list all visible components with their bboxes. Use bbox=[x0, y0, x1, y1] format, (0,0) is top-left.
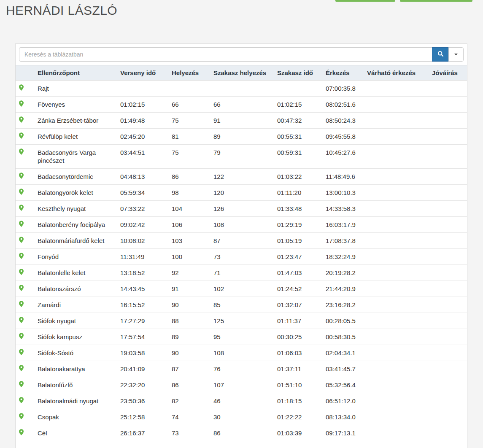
stage-time-cell: 01:37:11 bbox=[274, 361, 322, 377]
credit-cell bbox=[429, 129, 467, 145]
expected-arrival-cell bbox=[364, 81, 429, 97]
expected-arrival-cell bbox=[364, 97, 429, 113]
checkpoint-pin-cell[interactable] bbox=[16, 81, 34, 97]
cropped-green-button-2[interactable] bbox=[400, 0, 472, 2]
table-row: Badacsonytördemic 04:48:13 86 122 01:03:… bbox=[16, 169, 467, 185]
map-pin-icon[interactable] bbox=[19, 397, 24, 405]
checkpoint-pin-cell[interactable] bbox=[16, 409, 34, 425]
stage-time-cell: 01:32:07 bbox=[274, 297, 322, 313]
map-pin-icon[interactable] bbox=[19, 237, 24, 245]
arrival-cell: 23:16:28.2 bbox=[322, 297, 364, 313]
column-header-expected-arrival: Várható érkezés bbox=[364, 65, 429, 81]
rank-cell: 82 bbox=[168, 393, 210, 409]
arrival-cell: 18:32:24.9 bbox=[322, 249, 364, 265]
stage-time-cell: 00:55:31 bbox=[274, 129, 322, 145]
race-time-cell: 14:43:45 bbox=[117, 281, 168, 297]
map-pin-icon[interactable] bbox=[19, 116, 24, 124]
checkpoint-pin-cell[interactable] bbox=[16, 249, 34, 265]
map-pin-icon[interactable] bbox=[19, 269, 24, 277]
search-input[interactable] bbox=[19, 47, 432, 62]
table-row: Keszthely nyugat 07:33:22 104 126 01:33:… bbox=[16, 201, 467, 217]
checkpoint-pin-cell[interactable] bbox=[16, 97, 34, 113]
race-time-cell bbox=[117, 81, 168, 97]
map-pin-icon[interactable] bbox=[19, 205, 24, 213]
map-pin-icon[interactable] bbox=[19, 148, 24, 157]
map-pin-icon[interactable] bbox=[19, 253, 24, 261]
map-pin-icon[interactable] bbox=[19, 173, 24, 181]
race-time-cell: 26:16:37 bbox=[117, 425, 168, 441]
map-pin-icon[interactable] bbox=[19, 317, 24, 325]
arrival-cell: 03:41:45.7 bbox=[322, 361, 364, 377]
arrival-cell: 08:50:24.3 bbox=[322, 113, 364, 129]
checkpoint-name-cell: Zamárdi bbox=[34, 297, 117, 313]
map-pin-icon[interactable] bbox=[19, 132, 24, 140]
map-pin-icon[interactable] bbox=[19, 100, 24, 108]
race-time-cell: 17:57:54 bbox=[117, 329, 168, 345]
rank-cell: 98 bbox=[168, 185, 210, 201]
map-pin-icon[interactable] bbox=[19, 349, 24, 357]
search-options-dropdown-button[interactable] bbox=[448, 47, 464, 62]
checkpoint-pin-cell[interactable] bbox=[16, 377, 34, 393]
checkpoint-pin-cell[interactable] bbox=[16, 361, 34, 377]
map-pin-icon[interactable] bbox=[19, 189, 24, 197]
search-icon bbox=[437, 51, 444, 58]
map-pin-icon[interactable] bbox=[19, 365, 24, 373]
checkpoint-pin-cell[interactable] bbox=[16, 113, 34, 129]
stage-time-cell: 01:22:22 bbox=[274, 409, 322, 425]
table-row: Balatonlelle kelet 13:18:52 92 71 01:47:… bbox=[16, 265, 467, 281]
expected-arrival-cell bbox=[364, 129, 429, 145]
table-row: Balatonberény focipálya 09:02:42 106 108… bbox=[16, 217, 467, 233]
map-pin-icon[interactable] bbox=[19, 84, 24, 92]
map-pin-icon[interactable] bbox=[19, 413, 24, 421]
checkpoint-pin-cell[interactable] bbox=[16, 233, 34, 249]
checkpoint-pin-cell[interactable] bbox=[16, 169, 34, 185]
race-time-cell: 02:45:20 bbox=[117, 129, 168, 145]
page-title: HERNÁDI LÁSZLÓ bbox=[0, 0, 483, 18]
checkpoint-pin-cell[interactable] bbox=[16, 265, 34, 281]
rank-cell: 91 bbox=[168, 281, 210, 297]
checkpoint-pin-cell[interactable] bbox=[16, 393, 34, 409]
checkpoint-pin-cell[interactable] bbox=[16, 145, 34, 169]
stage-rank-cell: 91 bbox=[210, 113, 274, 129]
map-pin-icon[interactable] bbox=[19, 381, 24, 389]
table-row: Badacsonyörs Varga pincészet 03:44:51 75… bbox=[16, 145, 467, 169]
expected-arrival-cell bbox=[364, 201, 429, 217]
stage-rank-cell: 30 bbox=[210, 409, 274, 425]
expected-arrival-cell bbox=[364, 169, 429, 185]
checkpoint-pin-cell[interactable] bbox=[16, 425, 34, 441]
checkpoint-pin-cell[interactable] bbox=[16, 297, 34, 313]
credit-cell bbox=[429, 425, 467, 441]
checkpoint-pin-cell[interactable] bbox=[16, 313, 34, 329]
table-header-row: Ellenőrzőpont Verseny idő Helyezés Szaka… bbox=[16, 65, 467, 81]
checkpoint-name-cell: Siófok kampusz bbox=[34, 329, 117, 345]
checkpoint-pin-cell[interactable] bbox=[16, 345, 34, 361]
stage-time-cell: 01:47:03 bbox=[274, 265, 322, 281]
race-time-cell: 19:03:58 bbox=[117, 345, 168, 361]
checkpoint-pin-cell[interactable] bbox=[16, 281, 34, 297]
stage-rank-cell: 95 bbox=[210, 329, 274, 345]
rank-cell: 73 bbox=[168, 425, 210, 441]
expected-arrival-cell bbox=[364, 345, 429, 361]
credit-cell bbox=[429, 201, 467, 217]
checkpoint-pin-cell[interactable] bbox=[16, 201, 34, 217]
checkpoint-pin-cell[interactable] bbox=[16, 217, 34, 233]
race-time-cell: 11:31:49 bbox=[117, 249, 168, 265]
map-pin-icon[interactable] bbox=[19, 429, 24, 437]
search-button[interactable] bbox=[432, 47, 449, 62]
map-pin-icon[interactable] bbox=[19, 301, 24, 309]
checkpoint-pin-cell[interactable] bbox=[16, 129, 34, 145]
credit-cell bbox=[429, 249, 467, 265]
stage-time-cell: 01:18:15 bbox=[274, 393, 322, 409]
checkpoint-pin-cell[interactable] bbox=[16, 329, 34, 345]
cropped-green-button-1[interactable] bbox=[335, 0, 395, 2]
stage-rank-cell: 85 bbox=[210, 297, 274, 313]
arrival-cell: 14:33:58.3 bbox=[322, 201, 364, 217]
race-time-cell: 04:48:13 bbox=[117, 169, 168, 185]
map-pin-icon[interactable] bbox=[19, 221, 24, 229]
stage-rank-cell bbox=[210, 81, 274, 97]
checkpoint-pin-cell[interactable] bbox=[16, 185, 34, 201]
map-pin-icon[interactable] bbox=[19, 285, 24, 293]
map-pin-icon[interactable] bbox=[19, 333, 24, 341]
expected-arrival-cell bbox=[364, 145, 429, 169]
stage-rank-cell: 120 bbox=[210, 185, 274, 201]
